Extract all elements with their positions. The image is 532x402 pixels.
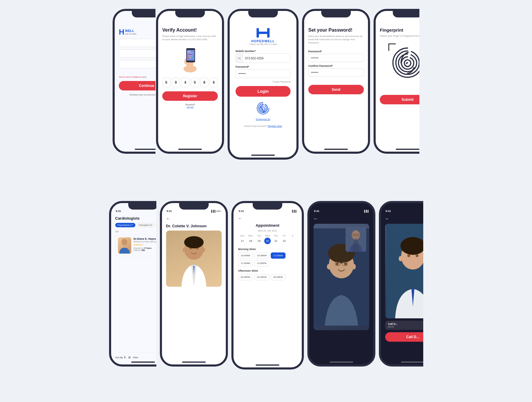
fingerprint-frame bbox=[388, 43, 419, 82]
appointment-title: Appointment bbox=[238, 223, 297, 228]
otp-box-1[interactable]: 5 bbox=[162, 78, 170, 87]
fingerprint-icon[interactable] bbox=[256, 101, 270, 116]
back-button-10[interactable]: ← bbox=[385, 216, 423, 221]
cal-day-fri[interactable]: Fri 22 bbox=[281, 234, 288, 244]
cal-day-tue[interactable]: Tue 19 bbox=[256, 234, 262, 244]
password-input[interactable] bbox=[236, 69, 291, 78]
register-button[interactable]: Register bbox=[162, 91, 218, 101]
filter-tab-d[interactable]: D bbox=[155, 223, 156, 227]
status-bar-9: 9:41 ▐▐▐ bbox=[314, 210, 369, 213]
phone-notch-9 bbox=[327, 203, 356, 210]
phone-home-bar-7 bbox=[182, 362, 206, 363]
terms-link[interactable]: Terms and Conditions bbox=[119, 76, 142, 78]
experience-stat: Experience 6 Years bbox=[134, 247, 152, 249]
continue-button[interactable]: Continue bbox=[119, 81, 155, 90]
login-button[interactable]: Login bbox=[236, 86, 291, 97]
phone-notch-1 bbox=[132, 11, 155, 17]
doctor-detail-silhouette bbox=[166, 231, 222, 287]
morning-slots-grid: 10:00AM 10:30AM 11:00AM 11:30AM 12:00PM bbox=[238, 252, 297, 266]
pip-person bbox=[346, 227, 366, 252]
phone-home-bar-8 bbox=[256, 364, 279, 366]
slot-230pm[interactable]: 02:30PM bbox=[254, 274, 269, 280]
phone-appointment: 9:41 ▐▐▐ ← Appointment Wed 20, Jan 2021 … bbox=[231, 201, 304, 369]
signal-icon-7: ▐▐▐ bbox=[210, 210, 215, 213]
filter-label[interactable]: Filter bbox=[133, 356, 138, 359]
slot-1130am[interactable]: 11:30AM bbox=[238, 260, 253, 266]
phone-prefix: +1 bbox=[236, 54, 243, 63]
phone-hand-icon bbox=[180, 46, 200, 72]
verify-illustration bbox=[162, 46, 218, 74]
large-fingerprint-icon bbox=[391, 46, 419, 79]
phone-register-partial: H WELL Life to Learn Terms and Condition… bbox=[113, 9, 155, 154]
call-video-area bbox=[385, 224, 423, 318]
otp-box-6[interactable]: 6 bbox=[210, 78, 218, 87]
slot-11am[interactable]: 11:00AM bbox=[271, 252, 286, 259]
mobile-input-group[interactable]: +1 bbox=[236, 54, 291, 63]
appointment-date: Wed 20, Jan 2021 bbox=[238, 229, 297, 232]
phone-notch-3 bbox=[248, 11, 278, 17]
cal-day-sun[interactable]: Sun 17 bbox=[239, 234, 246, 244]
cal-day-sat[interactable]: S bbox=[289, 234, 296, 244]
cal-day-mon[interactable]: Mon 18 bbox=[247, 234, 254, 244]
phone-video-call: 9:41 ▐▐▐ ← bbox=[307, 201, 375, 367]
submit-fingerprint-button[interactable]: Submit bbox=[380, 95, 419, 104]
svg-point-9 bbox=[190, 57, 191, 58]
status-bar-10: 9:41 bbox=[385, 210, 423, 213]
sort-label: Sort By bbox=[115, 356, 123, 359]
slot-1030am[interactable]: 10:30AM bbox=[254, 252, 269, 259]
slot-3pm[interactable]: 03:00PM bbox=[271, 274, 286, 280]
verify-subtitle: Please Enter 6 Digit Verification Code S… bbox=[162, 35, 218, 41]
svg-point-40 bbox=[399, 256, 402, 261]
patients-stat: Patients 98k bbox=[134, 249, 156, 251]
otp-box-2[interactable]: 9 bbox=[172, 78, 180, 87]
send-button[interactable]: Send bbox=[308, 85, 364, 94]
register-now-link[interactable]: Register Now bbox=[268, 125, 282, 127]
verify-title: Verify Account! bbox=[162, 27, 218, 33]
sort-button[interactable]: Sort By ⇅ bbox=[115, 356, 126, 359]
otp-box-3[interactable]: 4 bbox=[181, 78, 189, 87]
otp-box-4[interactable]: 0 bbox=[191, 78, 199, 87]
hopedwell-tagline: I Gave Up My Life to Learn bbox=[236, 43, 291, 46]
slot-10am[interactable]: 10:00AM bbox=[238, 252, 253, 259]
svg-rect-5 bbox=[188, 53, 193, 53]
forgot-password-link[interactable]: Forgot Password bbox=[236, 80, 291, 83]
register-field-1[interactable] bbox=[119, 39, 155, 47]
status-icons-7: ▐▐▐ WiFi bbox=[210, 210, 221, 213]
new-password-input[interactable] bbox=[308, 54, 364, 62]
mobile-input[interactable] bbox=[243, 54, 290, 63]
video-main-view bbox=[314, 224, 369, 330]
back-button-9[interactable]: ← bbox=[314, 216, 369, 221]
back-button-7[interactable]: ← bbox=[166, 216, 222, 221]
doctor-stats-1: Experience 6 Years bbox=[134, 247, 156, 249]
register-field-3[interactable] bbox=[119, 60, 155, 68]
filter-tab-therapist[interactable]: Therapist 14 bbox=[137, 223, 154, 227]
doctor-detail-name: Dr. Colette V. Johnson bbox=[166, 224, 222, 228]
cal-day-wed[interactable]: Wed 20 bbox=[264, 234, 271, 244]
phone-notch-10 bbox=[398, 203, 423, 210]
cal-day-thu[interactable]: Thu 21 bbox=[273, 234, 279, 244]
svg-rect-13 bbox=[267, 28, 270, 38]
doctor-detail-photo bbox=[166, 231, 222, 287]
doctor-card-1[interactable]: Dr.Diane E. Hayes Medicine & Heart Speci… bbox=[115, 235, 156, 256]
otp-box-5[interactable]: 8 bbox=[200, 78, 208, 87]
signal-icon-8: ▐▐▐ bbox=[291, 210, 296, 213]
sort-icon: ⇅ bbox=[124, 356, 126, 359]
resend-text: Resend bbox=[162, 103, 218, 106]
doctor-name-1: Dr.Diane E. Hayes bbox=[134, 237, 156, 240]
filter-tab-psychiatrist[interactable]: Psychiatrist 17 bbox=[115, 223, 135, 227]
back-button-8[interactable]: ← bbox=[238, 216, 297, 221]
slot-2pm[interactable]: 02:00PM bbox=[238, 274, 253, 280]
slot-12pm[interactable]: 12:00PM bbox=[254, 260, 269, 266]
filter-icon[interactable]: ≡ bbox=[128, 355, 131, 360]
afternoon-slots-label: Afternoon Slots bbox=[238, 269, 297, 272]
phone-home-bar-10 bbox=[401, 362, 423, 363]
fingerprint-id-link[interactable]: Fingerprint ID bbox=[236, 118, 291, 121]
phone-doctor-detail: 9:41 ▐▐▐ WiFi ← Dr. Colette V. Johnson bbox=[160, 201, 228, 367]
call-info-bar: Call D... 20:15 bbox=[385, 321, 423, 330]
logo-tagline-1: Life to Learn bbox=[125, 33, 137, 35]
confirm-password-input[interactable] bbox=[308, 68, 364, 77]
svg-point-27 bbox=[352, 264, 356, 270]
register-field-2[interactable] bbox=[119, 49, 155, 58]
call-button[interactable]: Call D... bbox=[385, 332, 423, 342]
svg-rect-7 bbox=[188, 56, 193, 56]
